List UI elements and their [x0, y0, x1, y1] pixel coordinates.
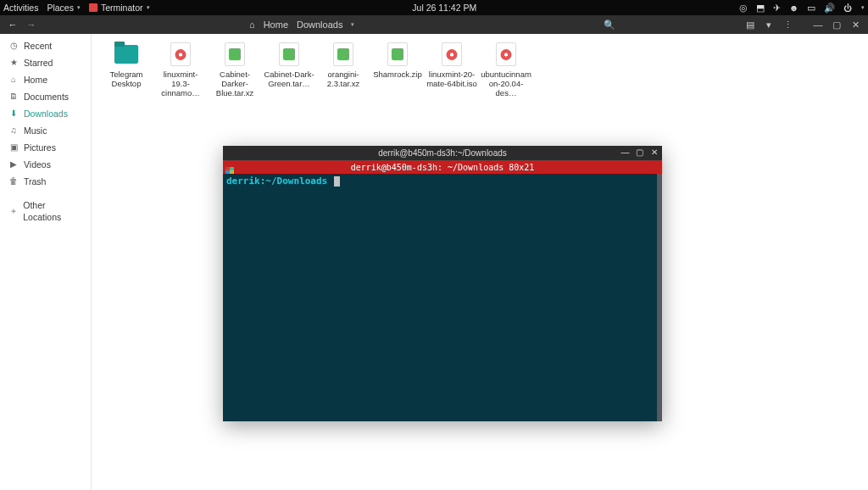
- disc-icon: [164, 41, 197, 68]
- download-icon: ⬇: [8, 108, 19, 120]
- terminator-icon: [89, 3, 97, 12]
- view-toggle-button[interactable]: ▤: [743, 17, 758, 32]
- terminal-minimize[interactable]: —: [619, 146, 632, 159]
- clock-icon: ◷: [8, 40, 19, 52]
- sidebar-item-downloads[interactable]: ⬇ Downloads: [0, 105, 91, 122]
- terminal-prompt-path: ~/Downloads: [265, 175, 327, 187]
- file-label: Telegram Desktop: [101, 70, 152, 88]
- terminal-cursor: [334, 176, 340, 187]
- videos-icon: ▶: [8, 159, 19, 170]
- places-menu[interactable]: Places▾: [47, 3, 81, 13]
- plus-icon: ＋: [8, 205, 18, 217]
- pictures-icon: ▣: [8, 142, 19, 153]
- disc-icon: [490, 41, 522, 68]
- file-item[interactable]: Cabinet-Dark-Green.tar…: [263, 41, 315, 97]
- archive-icon: [381, 41, 414, 68]
- sidebar-item-trash[interactable]: 🗑 Trash: [0, 173, 91, 190]
- svg-rect-3: [230, 170, 234, 174]
- terminal-tabbar[interactable]: derrik@b450m-ds3h: ~/Downloads 80x21: [223, 160, 662, 174]
- hamburger-menu[interactable]: ⋮: [780, 17, 795, 32]
- documents-icon: 🗎: [8, 91, 19, 103]
- sidebar-item-pictures[interactable]: ▣ Pictures: [0, 139, 91, 156]
- file-item[interactable]: Telegram Desktop: [100, 41, 153, 97]
- file-item[interactable]: linuxmint-19.3-cinnamo…: [154, 41, 207, 97]
- file-label: Cabinet-Dark-Green.tar…: [264, 70, 314, 88]
- workspace-icon[interactable]: ▭: [807, 3, 815, 13]
- archive-icon: [219, 41, 251, 68]
- sidebar-item-starred[interactable]: ★ Starred: [0, 54, 91, 71]
- file-label: orangini-2.3.tar.xz: [318, 70, 369, 88]
- telegram-tray-icon[interactable]: ✈: [773, 3, 781, 13]
- disc-icon: [436, 41, 468, 68]
- trash-icon: 🗑: [8, 175, 19, 187]
- svg-rect-1: [230, 167, 234, 170]
- file-item[interactable]: orangini-2.3.tar.xz: [317, 41, 370, 97]
- file-item[interactable]: Cabinet-Darker-Blue.tar.xz: [209, 41, 261, 97]
- file-item[interactable]: ubuntucinnamon-20.04-des…: [480, 41, 532, 97]
- gnome-topbar: Activities Places▾ Terminator▾ Jul 26 11…: [0, 0, 868, 15]
- sidebar-item-documents[interactable]: 🗎 Documents: [0, 88, 91, 105]
- sidebar-item-recent[interactable]: ◷ Recent: [0, 37, 91, 54]
- home-icon: ⌂: [8, 74, 19, 86]
- file-label: ubuntucinnamon-20.04-des…: [481, 70, 531, 97]
- view-caret[interactable]: ▾: [761, 17, 776, 32]
- file-label: Shamrock.zip: [373, 70, 422, 79]
- breadcrumb-current[interactable]: Downloads: [297, 19, 342, 30]
- forward-button[interactable]: →: [24, 17, 39, 32]
- file-label: Cabinet-Darker-Blue.tar.xz: [209, 70, 260, 97]
- file-label: linuxmint-19.3-cinnamo…: [155, 70, 206, 97]
- archive-icon: [327, 41, 359, 68]
- app-menu[interactable]: Terminator▾: [89, 3, 150, 13]
- folder-icon: [110, 41, 142, 68]
- breadcrumb: ⌂ Home Downloads ▾: [249, 19, 354, 30]
- terminal-prompt-user: derrik:: [226, 175, 265, 187]
- close-window[interactable]: ✕: [848, 17, 863, 32]
- terminal-tab-icon: [225, 167, 234, 174]
- clock[interactable]: Jul 26 11:42 PM: [150, 3, 739, 13]
- maximize-window[interactable]: ▢: [829, 17, 844, 32]
- music-icon: ♫: [8, 125, 19, 136]
- star-icon: ★: [8, 57, 19, 69]
- terminal-title: derrik@b450m-ds3h:~/Downloads: [378, 148, 507, 158]
- breadcrumb-caret-icon[interactable]: ▾: [351, 21, 354, 28]
- volume-icon[interactable]: 🔊: [824, 3, 835, 14]
- svg-rect-2: [225, 170, 230, 174]
- terminal-window: derrik@b450m-ds3h:~/Downloads — ▢ ✕ derr…: [223, 146, 662, 421]
- discord-tray-icon[interactable]: ☻: [789, 3, 798, 13]
- terminal-tab-label: derrik@b450m-ds3h: ~/Downloads 80x21: [351, 163, 535, 172]
- sidebar-item-home[interactable]: ⌂ Home: [0, 71, 91, 88]
- activities-button[interactable]: Activities: [3, 3, 38, 13]
- terminal-content[interactable]: derrik:~/Downloads: [223, 174, 662, 421]
- minimize-window[interactable]: —: [810, 17, 826, 32]
- dropbox-icon[interactable]: ⬒: [756, 3, 765, 13]
- back-button[interactable]: ←: [5, 17, 20, 32]
- breadcrumb-home[interactable]: Home: [264, 19, 288, 30]
- search-button[interactable]: 🔍: [602, 17, 617, 32]
- archive-icon: [273, 41, 305, 68]
- terminal-titlebar[interactable]: derrik@b450m-ds3h:~/Downloads — ▢ ✕: [223, 146, 662, 160]
- sidebar: ◷ Recent ★ Starred ⌂ Home 🗎 Documents ⬇ …: [0, 34, 92, 490]
- file-manager-header: ← → ⌂ Home Downloads ▾ 🔍 ▤ ▾ ⋮ — ▢ ✕: [0, 15, 868, 34]
- power-icon[interactable]: ⏻: [843, 3, 853, 13]
- terminal-maximize[interactable]: ▢: [633, 146, 646, 159]
- svg-rect-0: [225, 167, 230, 170]
- obs-icon[interactable]: ◎: [739, 3, 748, 13]
- file-item[interactable]: linuxmint-20-mate-64bit.iso: [426, 41, 478, 97]
- file-item[interactable]: Shamrock.zip: [371, 41, 424, 97]
- sidebar-item-videos[interactable]: ▶ Videos: [0, 156, 91, 173]
- sidebar-item-music[interactable]: ♫ Music: [0, 122, 91, 139]
- terminal-close[interactable]: ✕: [648, 146, 660, 159]
- file-label: linuxmint-20-mate-64bit.iso: [426, 70, 477, 88]
- home-icon: ⌂: [249, 19, 255, 30]
- sidebar-item-other-locations[interactable]: ＋ Other Locations: [0, 197, 91, 226]
